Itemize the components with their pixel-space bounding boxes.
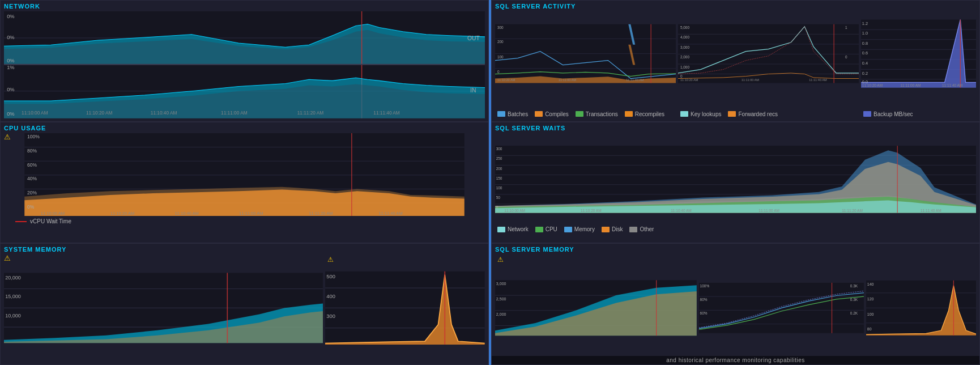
sql-activity-title: SQL SERVER ACTIVITY	[495, 3, 976, 10]
legend-cpu: CPU	[535, 226, 557, 232]
legend-network: Network	[497, 226, 529, 232]
svg-text:3,000: 3,000	[496, 282, 506, 287]
svg-text:200: 200	[497, 40, 504, 44]
svg-text:11:10:00 AM: 11:10:00 AM	[22, 111, 48, 116]
sql-activity-legend3: Backup MB/sec	[861, 111, 913, 117]
svg-text:80: 80	[867, 327, 872, 331]
legend-transactions: Transactions	[576, 111, 618, 117]
svg-text:0%: 0%	[7, 87, 14, 92]
svg-text:1,000: 1,000	[680, 65, 689, 69]
sql-mem-chart2: 100% 80% 60% 0.3K 0.3K 0.2K	[699, 254, 864, 362]
svg-text:11:10:20 AM: 11:10:20 AM	[680, 78, 698, 82]
svg-text:11:11:20 AM: 11:11:20 AM	[842, 209, 863, 213]
network-panel: NETWORK 0% 0% 0% O	[0, 0, 489, 122]
svg-text:0: 0	[496, 205, 498, 209]
network-title: NETWORK	[4, 3, 485, 10]
sql-memory-panel: SQL SERVER MEMORY ⚠ 3,000 2,500	[491, 243, 980, 365]
svg-text:300: 300	[327, 313, 336, 319]
sql-activity-sub3: 1.2 1.0 0.8 0.6 0.4 0.2 0.0 11:10:20 AM …	[861, 11, 976, 117]
sql-mem-sub2: 100% 80% 60% 0.3K 0.3K 0.2K	[699, 254, 864, 362]
backup-color	[863, 111, 871, 117]
svg-text:5,000: 5,000	[680, 26, 689, 29]
keylookups-label: Key lookups	[691, 111, 721, 117]
cpu-color	[535, 227, 543, 232]
svg-text:60%: 60%	[27, 162, 37, 167]
sys-mem-sub1: 20,000 15,000 10,000	[4, 254, 323, 362]
svg-text:2,500: 2,500	[496, 297, 506, 302]
sql-waits-svg: 300 250 200 150 100 50 0 11:10:00 AM 11:…	[495, 133, 976, 226]
svg-text:100%: 100%	[700, 284, 709, 288]
transactions-color	[576, 111, 583, 117]
svg-text:11:11:40 AM: 11:11:40 AM	[626, 78, 644, 82]
svg-text:0.2: 0.2	[862, 71, 868, 76]
batches-color	[497, 111, 505, 117]
svg-text:0%: 0%	[7, 111, 14, 117]
svg-text:11:10:20 AM: 11:10:20 AM	[86, 111, 113, 116]
cpu-svg: 100% 80% 60% 40% 20% 0% 11:10:00 AM 11:1…	[4, 133, 485, 217]
svg-text:11:11:00 AM: 11:11:00 AM	[221, 111, 248, 116]
svg-text:0%: 0%	[7, 58, 14, 63]
svg-text:20,000: 20,000	[5, 275, 21, 281]
legend-memory: Memory	[564, 226, 595, 232]
vcpu-label: vCPU Wait Time	[30, 218, 71, 224]
svg-text:0.3K: 0.3K	[850, 284, 858, 288]
disk-color	[602, 227, 610, 232]
compiles-label: Compiles	[545, 111, 569, 117]
svg-text:11:10:00 AM: 11:10:00 AM	[504, 209, 525, 213]
legend-recompiles: Recompiles	[625, 111, 664, 117]
other-label: Other	[640, 226, 654, 232]
dashboard: NETWORK 0% 0% 0% O	[0, 0, 980, 365]
sql-waits-title: SQL SERVER WAITS	[495, 125, 976, 131]
sql-memory-title: SQL SERVER MEMORY	[495, 246, 976, 253]
sql-mem-chart1: 3,000 2,500 2,000	[495, 254, 697, 362]
recompiles-label: Recompiles	[635, 111, 664, 117]
svg-text:100: 100	[497, 55, 504, 59]
svg-text:4,000: 4,000	[680, 35, 689, 39]
legend-backup: Backup MB/sec	[863, 111, 913, 117]
svg-text:11:11:00 AM: 11:11:00 AM	[900, 83, 921, 87]
svg-text:11:11:00 AM: 11:11:00 AM	[742, 78, 760, 82]
sys-mem-chart1: 20,000 15,000 10,000	[4, 254, 323, 362]
transactions-label: Transactions	[586, 111, 618, 117]
svg-text:11:11:40 AM: 11:11:40 AM	[809, 78, 827, 82]
svg-text:11:11:40 AM: 11:11:40 AM	[378, 211, 402, 216]
svg-text:11:11:40 AM: 11:11:40 AM	[373, 111, 400, 116]
keylookups-color	[680, 111, 688, 117]
svg-text:300: 300	[497, 26, 504, 29]
network-chart: 0% 0% 0% OUT 1% 0% 0% IN 11:10:00 AM 11:…	[4, 11, 485, 118]
sys-mem-chart2: 500 400 300	[325, 254, 485, 362]
svg-text:300: 300	[496, 147, 502, 151]
svg-text:200: 200	[496, 166, 502, 170]
network-svg: 0% 0% 0% OUT 1% 0% 0% IN 11:10:00 AM 11:…	[4, 11, 485, 118]
cpu-title: CPU USAGE	[4, 125, 485, 131]
forwarded-color	[728, 111, 736, 117]
svg-text:11:10:40 AM: 11:10:40 AM	[671, 209, 692, 213]
disk-label: Disk	[612, 226, 623, 232]
memory-color	[564, 227, 572, 232]
vcpu-legend-line	[15, 221, 27, 222]
svg-text:11:10:20 AM: 11:10:20 AM	[581, 209, 602, 213]
svg-text:3,000: 3,000	[680, 45, 689, 49]
svg-text:50: 50	[496, 196, 501, 200]
sys-mem-sub2: ⚠ 500 400 300	[325, 254, 485, 362]
svg-text:20%: 20%	[27, 190, 37, 196]
legend-other: Other	[629, 226, 654, 232]
backup-label: Backup MB/sec	[874, 111, 913, 117]
svg-text:11:11:20 AM: 11:11:20 AM	[297, 111, 324, 116]
svg-text:0.8: 0.8	[862, 41, 868, 46]
sql-waits-legend: Network CPU Memory Disk Other	[495, 226, 976, 232]
sql-activity-chart1: 300 200 100 0 11:10:20 AM 11:11:00 AM 11…	[495, 11, 676, 96]
sql-memory-inner: ⚠ 3,000 2,500 2,000	[495, 254, 976, 362]
svg-text:0%: 0%	[7, 35, 14, 40]
svg-text:0.6: 0.6	[862, 51, 868, 56]
legend-forwarded: Forwarded recs	[728, 111, 777, 117]
svg-text:11:10:40 AM: 11:10:40 AM	[151, 111, 177, 116]
svg-text:OUT: OUT	[467, 35, 480, 41]
cpu-chart: 100% 80% 60% 40% 20% 0% 11:10:00 AM 11:1…	[4, 133, 485, 231]
system-memory-inner: 20,000 15,000 10,000 ⚠	[4, 254, 485, 362]
svg-text:100: 100	[496, 186, 502, 190]
svg-text:11:11:40 AM: 11:11:40 AM	[921, 209, 941, 213]
svg-text:0: 0	[497, 70, 500, 74]
sql-mem-warning: ⚠	[497, 256, 504, 264]
cpu-label: CPU	[546, 226, 557, 232]
